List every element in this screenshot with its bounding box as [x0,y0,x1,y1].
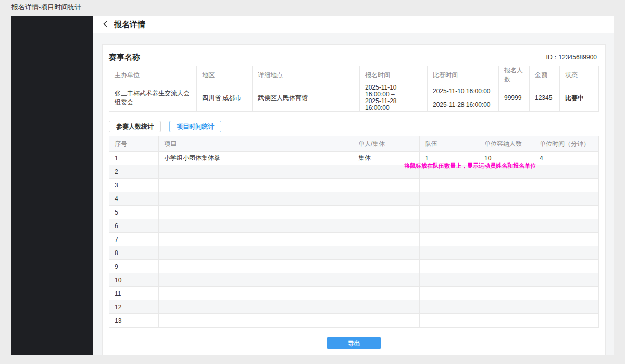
table-row: 12 [109,300,599,314]
cell-index: 11 [109,287,159,300]
stats-table-body: 1小学组小团体集体拳集体11042345678910111213 [109,152,599,328]
cell [420,165,479,179]
cell [479,233,534,246]
cell [420,260,479,273]
cell [159,246,353,260]
cell-region: 四川省 成都市 [197,84,253,112]
cell [479,219,534,233]
cell: 集体 [353,152,420,165]
cell [159,314,353,328]
cell [353,287,420,300]
cell [159,233,353,246]
cell [534,179,599,192]
cell [420,233,479,246]
cell [479,314,534,328]
cell [159,219,353,233]
cell-index: 9 [109,260,159,273]
page-label: 报名详情-项目时间统计 [11,3,81,12]
cell-signup-time: 2025-11-10 16:00:00 – 2025-11-28 16:00:0… [360,84,428,112]
cell-organizer: 张三丰杯武术养生交流大会组委会 [109,84,197,112]
cell [420,219,479,233]
info-header-row: 主办单位 地区 详细地点 报名时间 比赛时间 报名人数 金额 状态 [109,66,599,84]
cell [159,300,353,314]
cell [534,300,599,314]
cell: 小学组小团体集体拳 [159,152,353,165]
table-row: 4 [109,192,599,206]
cell-signup-count: 99999 [499,84,530,112]
cell-index: 5 [109,206,159,219]
col-venue: 详细地点 [253,66,360,84]
cell-index: 1 [109,152,159,165]
cell [534,260,599,273]
table-row: 2 [109,165,599,179]
cell[interactable]: 1 [420,152,479,165]
cell [420,246,479,260]
col-unit-capacity: 单位容纳人数 [479,136,534,152]
col-status: 状态 [560,66,599,84]
table-row: 10 [109,273,599,287]
col-signup-count: 报名人数 [499,66,530,84]
cell-index: 6 [109,219,159,233]
cell [353,246,420,260]
back-button[interactable] [102,20,109,29]
col-index: 序号 [109,136,159,152]
tab-project-time-stats[interactable]: 项目时间统计 [169,121,221,132]
table-row: 8 [109,246,599,260]
cell [479,246,534,260]
cell [479,287,534,300]
cell [420,300,479,314]
cell [534,233,599,246]
cell [479,192,534,206]
cell [420,206,479,219]
table-row: 13 [109,314,599,328]
cell [159,260,353,273]
cell [534,287,599,300]
cell [420,179,479,192]
cell [479,260,534,273]
event-info-table: 主办单位 地区 详细地点 报名时间 比赛时间 报名人数 金额 状态 张三丰杯武术 [109,66,599,112]
cell [479,179,534,192]
app-window: 报名详情 赛事名称 ID：12345689900 [11,16,614,355]
cell [159,165,353,179]
sidebar [11,16,93,355]
info-data-row: 张三丰杯武术养生交流大会组委会 四川省 成都市 武侯区人民体育馆 2025-11… [109,84,599,112]
main-area: 报名详情 赛事名称 ID：12345689900 [93,16,614,355]
cell [420,192,479,206]
cell-venue: 武侯区人民体育馆 [253,84,360,112]
cell [353,300,420,314]
event-card: 赛事名称 ID：12345689900 主办单位 地区 详细地点 [102,44,606,355]
event-card-header: 赛事名称 ID：12345689900 [109,49,599,66]
cell [159,287,353,300]
content: 赛事名称 ID：12345689900 主办单位 地区 详细地点 [93,33,614,355]
cell [534,219,599,233]
export-button[interactable]: 导出 [327,337,381,349]
col-region: 地区 [197,66,253,84]
table-row: 3 [109,179,599,192]
cell-index: 12 [109,300,159,314]
cell [353,219,420,233]
cell-index: 10 [109,273,159,287]
export-row: 导出 [109,337,599,349]
col-organizer: 主办单位 [109,66,197,84]
col-unit-time: 单位时间（分钟） [534,136,599,152]
col-signup-time: 报名时间 [360,66,428,84]
stats-header-row: 序号 项目 单人/集体 队伍 单位容纳人数 单位时间（分钟） [109,136,599,152]
cell-amount: 12345 [530,84,560,112]
cell-index: 2 [109,165,159,179]
tab-bar: 参赛人数统计 项目时间统计 [109,121,599,132]
tab-participant-stats[interactable]: 参赛人数统计 [109,121,161,132]
cell-index: 8 [109,246,159,260]
cell [479,300,534,314]
stats-table-wrapper: 序号 项目 单人/集体 队伍 单位容纳人数 单位时间（分钟） 1小学组小团体集体… [109,136,599,328]
chevron-left-icon [102,20,109,29]
cell [353,179,420,192]
cell [534,165,599,179]
col-match-time: 比赛时间 [428,66,499,84]
cell: 10 [479,152,534,165]
cell [534,314,599,328]
table-row: 5 [109,206,599,219]
cell [420,273,479,287]
cell [420,314,479,328]
col-amount: 金额 [530,66,560,84]
cell-index: 3 [109,179,159,192]
